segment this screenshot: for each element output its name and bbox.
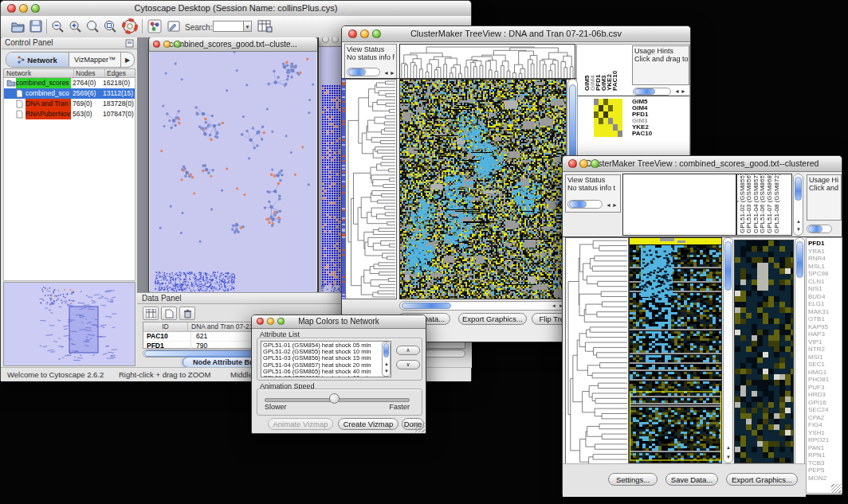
tab-vizmapper[interactable]: VizMapper™: [69, 53, 121, 67]
scroll-left-icon[interactable]: ◄: [383, 69, 389, 77]
scroll-left-icon[interactable]: ◄: [606, 201, 611, 209]
tv2-zoom-heatmap[interactable]: [735, 240, 793, 463]
attribute-list[interactable]: GPL51-01 (GSM854) heat shock 05 minGPL51…: [261, 341, 391, 377]
scroll-down-icon[interactable]: ▼: [796, 227, 801, 232]
zoom-button[interactable]: [174, 41, 181, 48]
zoom-button[interactable]: [372, 29, 381, 38]
zoom-button[interactable]: [277, 318, 285, 325]
treeview2-titlebar[interactable]: ClusterMaker TreeView : combined_scores_…: [563, 156, 842, 172]
new-attribute-button[interactable]: [161, 307, 177, 320]
tv2-heatmap-vscrollbar[interactable]: ▲ ▼: [723, 237, 733, 463]
close-button[interactable]: [348, 29, 357, 38]
tv2-settings-button[interactable]: Settings...: [608, 473, 658, 486]
scroll-down-icon[interactable]: ▼: [384, 369, 389, 373]
network-list-row[interactable]: RNAPuberNov2+563(0)107847(0): [4, 109, 135, 119]
resize-grip[interactable]: [831, 484, 841, 494]
minimize-button[interactable]: [579, 159, 588, 168]
vizmap-icon[interactable]: [147, 19, 162, 33]
tv2-labels-vscrollbar[interactable]: ▲ ▼: [793, 174, 803, 236]
network-view-1[interactable]: [150, 52, 316, 292]
scroll-up-icon[interactable]: ▲: [726, 445, 731, 450]
tv1-status-scrollbar[interactable]: [347, 68, 380, 76]
help-ring-icon[interactable]: [122, 18, 138, 34]
minimize-button[interactable]: [163, 41, 171, 48]
open-icon[interactable]: [10, 19, 26, 33]
col-header-nodes[interactable]: Nodes: [74, 69, 105, 77]
scroll-up-icon[interactable]: ▲: [796, 219, 801, 224]
data-col-id[interactable]: ID: [143, 322, 188, 331]
network-nodes: 563(0): [73, 109, 92, 119]
create-vizmap-button[interactable]: Create Vizmap: [338, 418, 398, 430]
col-header-edges[interactable]: Edges: [105, 69, 135, 77]
scroll-right-icon[interactable]: ►: [390, 69, 395, 77]
tv2-zoom-vscrollbar[interactable]: ▲ ▼: [795, 237, 805, 494]
tv2-row-label: PAN1: [808, 444, 829, 452]
zoom-out-icon[interactable]: [50, 19, 65, 33]
close-button[interactable]: [153, 41, 160, 48]
minimize-button[interactable]: [19, 4, 28, 13]
tv1-export-graphics-button[interactable]: Export Graphics...: [458, 313, 527, 325]
minimize-button[interactable]: [360, 29, 369, 38]
tv1-hints-scrollbar[interactable]: [633, 88, 671, 96]
scroll-up-icon[interactable]: ▲: [384, 361, 389, 366]
save-icon[interactable]: [29, 19, 43, 33]
network-window-1[interactable]: combined_scores_good.txt--cluste...: [148, 37, 318, 292]
tv1-global-heatmap[interactable]: [400, 80, 566, 299]
resize-grip[interactable]: [415, 423, 425, 432]
network-window-1-title: combined_scores_good.txt--cluste...: [169, 40, 297, 49]
scroll-right-icon[interactable]: ►: [612, 201, 618, 209]
delete-attribute-button[interactable]: [179, 307, 195, 320]
attribute-list-vscrollbar[interactable]: ▲ ▼: [382, 342, 391, 377]
zoom-button[interactable]: [31, 4, 40, 13]
zoom-in-icon[interactable]: [68, 19, 82, 33]
tv2-save-data-button[interactable]: Save Data...: [665, 473, 718, 486]
tv2-export-graphics-button[interactable]: Export Graphics...: [726, 473, 798, 486]
annotation-icon[interactable]: [167, 19, 181, 33]
attribute-table-icon[interactable]: [257, 19, 273, 33]
animate-vizmap-button[interactable]: Animate Vizmap: [268, 418, 333, 430]
attribute-list-item[interactable]: GPL51-07 (GSM868) heat shock 60 min: [263, 375, 389, 377]
col-header-network[interactable]: Network: [4, 69, 74, 77]
zoom-selected-icon[interactable]: [103, 19, 117, 33]
scroll-left-icon[interactable]: ◄: [674, 88, 680, 94]
scroll-down-icon[interactable]: ▼: [726, 455, 731, 459]
network-nodes: 2764(0): [73, 78, 96, 88]
close-button[interactable]: [7, 4, 16, 13]
minimize-button[interactable]: [332, 37, 339, 43]
tab-overflow[interactable]: ▶: [121, 53, 134, 67]
network-list-row[interactable]: combined_sco2569(6)13112(15): [4, 88, 135, 99]
tv2-global-heatmap[interactable]: [630, 238, 721, 463]
tv1-zoom-heatmap[interactable]: [594, 99, 622, 137]
search-dropdown-button[interactable]: ▼: [243, 21, 252, 32]
table-view-button[interactable]: [143, 307, 159, 320]
scroll-left-icon[interactable]: ◄: [552, 303, 556, 308]
tv2-row-label: MON2: [808, 475, 829, 483]
tv2-column-label: GPL51-03 (GSM856): [746, 174, 752, 233]
float-panel-icon[interactable]: [125, 39, 134, 48]
treeview1-titlebar[interactable]: ClusterMaker TreeView : DNA and Tran 07-…: [342, 26, 690, 42]
move-down-button[interactable]: ∨: [396, 360, 420, 369]
slider-thumb[interactable]: [329, 393, 340, 404]
tv1-row-dendrogram[interactable]: [346, 80, 396, 299]
minimize-button[interactable]: [267, 318, 274, 325]
tv2-hints-scrollbar[interactable]: [807, 225, 832, 233]
zoom-fit-icon[interactable]: [85, 19, 100, 33]
close-button[interactable]: [568, 159, 577, 168]
tab-network[interactable]: Network: [6, 53, 69, 67]
tv2-row-dendrogram[interactable]: [566, 238, 628, 472]
tv2-row-label: PFD1: [808, 240, 829, 248]
scroll-right-icon[interactable]: ►: [681, 88, 686, 94]
network-overview-thumbnail[interactable]: [4, 283, 135, 365]
main-titlebar[interactable]: Cytoscape Desktop (Session Name: collins…: [1, 1, 471, 17]
move-up-button[interactable]: ∧: [396, 346, 420, 355]
network-list-row[interactable]: DNA and Tran 07769(0)183728(0): [4, 99, 135, 109]
close-button[interactable]: [322, 37, 329, 43]
network-edges: 16218(0): [103, 78, 130, 88]
tv2-status-scrollbar[interactable]: [567, 200, 603, 209]
tv1-heatmap-hscrollbar[interactable]: ◄ ►: [399, 301, 567, 311]
close-button[interactable]: [257, 318, 264, 325]
network-list-row[interactable]: combined_scores2764(0)16218(0): [4, 78, 135, 88]
tv1-column-dendrogram[interactable]: [400, 45, 575, 79]
zoom-button[interactable]: [591, 159, 599, 168]
search-input[interactable]: [213, 21, 245, 32]
